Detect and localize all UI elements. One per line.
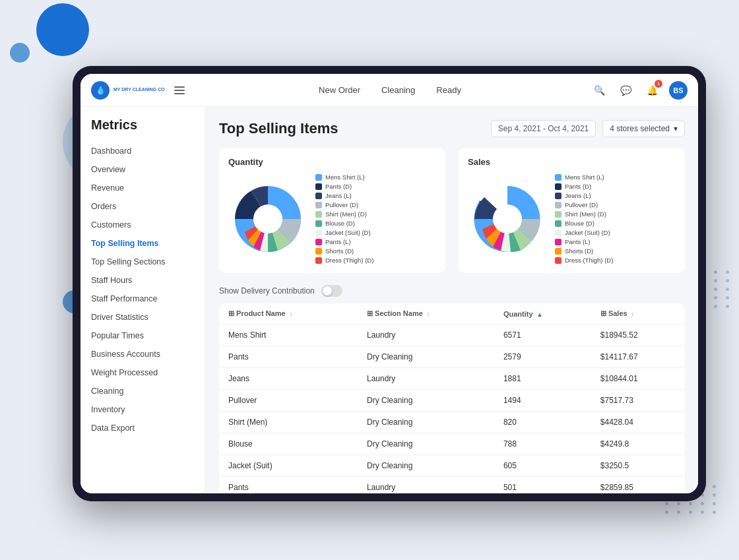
col-section-name[interactable]: ⊞ Section Name ↕ [358, 303, 494, 325]
cell-quantity: 1881 [494, 368, 591, 390]
nav-new-order[interactable]: New Order [319, 85, 360, 95]
cell-sales: $4249.8 [591, 433, 685, 455]
legend-item: Jeans (L) [555, 192, 613, 199]
table-row: Shirt (Men) Dry Cleaning 820 $4428.04 [219, 412, 685, 433]
sales-pie-chart [468, 179, 547, 259]
sidebar-item-orders[interactable]: Orders [80, 197, 205, 216]
toggle-thumb [323, 286, 332, 296]
legend-item: Mens Shirt (L) [315, 173, 373, 181]
cell-product: Shirt (Men) [219, 412, 358, 433]
sales-chart-title: Sales [468, 157, 676, 167]
toggle-section: Show Delivery Contribution [219, 285, 685, 297]
sidebar-item-cleaning[interactable]: Cleaning [80, 382, 205, 400]
table-row: Jacket (Suit) Dry Cleaning 605 $3250.5 [219, 455, 685, 477]
filter-icon-3: ⊞ [600, 309, 606, 317]
cell-product: Jeans [219, 368, 358, 390]
sidebar-item-inventory[interactable]: Inventory [80, 400, 205, 419]
sort-product-icon: ↕ [290, 311, 293, 317]
cell-section: Laundry [358, 368, 494, 390]
sidebar-item-top-selling-items[interactable]: Top Selling Items [80, 234, 205, 253]
sort-quantity-icon: ▲ [537, 311, 543, 318]
quantity-chart-legend: Mens Shirt (L)Pants (D)Jeans (L)Pullover… [315, 173, 373, 264]
sidebar-item-revenue[interactable]: Revenue [80, 179, 205, 197]
cell-section: Dry Cleaning [358, 412, 494, 433]
nav-icons: 🔍 💬 🔔 1 BS [590, 81, 688, 100]
sidebar-item-overview[interactable]: Overview [80, 160, 205, 179]
charts-section: Quantity [219, 148, 685, 273]
cell-section: Dry Cleaning [358, 390, 494, 412]
legend-item: Pullover (D) [555, 201, 613, 208]
sidebar-item-data-export[interactable]: Data Export [80, 419, 205, 437]
main-content: Metrics Dashboard Overview Revenue Order… [80, 107, 698, 493]
quantity-pie-chart [228, 179, 307, 259]
hamburger-menu[interactable] [174, 86, 185, 94]
table-row: Pants Laundry 501 $2859.85 [219, 477, 685, 494]
nav-cleaning[interactable]: Cleaning [381, 85, 415, 95]
cell-sales: $4428.04 [591, 412, 685, 433]
toggle-label: Show Delivery Contribution [219, 286, 315, 296]
legend-item: Shorts (D) [315, 247, 373, 255]
sales-chart-inner: Mens Shirt (L)Pants (D)Jeans (L)Pullover… [468, 173, 676, 264]
cell-section: Dry Cleaning [358, 433, 494, 455]
notification-badge: 1 [655, 80, 662, 88]
chevron-down-icon: ▾ [674, 124, 678, 133]
col-quantity[interactable]: Quantity ▲ [494, 303, 591, 325]
cell-quantity: 2579 [494, 346, 591, 368]
cell-quantity: 788 [494, 433, 591, 455]
sort-section-icon: ↕ [427, 311, 430, 317]
svg-point-1 [253, 204, 282, 233]
legend-item: Shorts (D) [555, 247, 613, 255]
cell-quantity: 1494 [494, 390, 591, 412]
quantity-chart: Quantity [219, 148, 445, 273]
logo-icon: 💧 [91, 81, 110, 100]
nav-ready[interactable]: Ready [436, 85, 461, 95]
sales-chart: Sales [459, 148, 685, 273]
logo-text: MY DRY CLEANING CO [113, 87, 165, 92]
col-sales[interactable]: ⊞ Sales ↕ [591, 303, 685, 325]
cell-section: Dry Cleaning [358, 346, 494, 368]
cell-product: Pullover [219, 390, 358, 412]
cell-product: Pants [219, 477, 358, 494]
filter-icon-2: ⊞ [367, 309, 373, 317]
sidebar-item-weight-processed[interactable]: Weight Processed [80, 363, 205, 382]
cell-sales: $7517.73 [591, 390, 685, 412]
page-header: Top Selling Items Sep 4, 2021 - Oct 4, 2… [219, 120, 685, 137]
cell-section: Laundry [358, 477, 494, 494]
tablet-screen: 💧 MY DRY CLEANING CO New Order Cleaning … [80, 74, 698, 493]
sidebar-item-business-accounts[interactable]: Business Accounts [80, 345, 205, 363]
table-row: Pants Dry Cleaning 2579 $14117.67 [219, 346, 685, 368]
cell-sales: $2859.85 [591, 477, 685, 494]
legend-item: Shirt (Men) (D) [315, 210, 373, 218]
cell-section: Dry Cleaning [358, 455, 494, 477]
sidebar-item-top-selling-sections[interactable]: Top Selling Sections [80, 253, 205, 271]
cell-product: Pants [219, 346, 358, 368]
legend-item: Jeans (L) [315, 192, 373, 199]
delivery-contribution-toggle[interactable] [321, 285, 342, 297]
logo-area: 💧 MY DRY CLEANING CO [91, 81, 190, 100]
sidebar: Metrics Dashboard Overview Revenue Order… [80, 107, 206, 493]
search-button[interactable]: 🔍 [590, 81, 608, 100]
sidebar-item-staff-hours[interactable]: Staff Hours [80, 271, 205, 290]
legend-item: Pants (D) [555, 183, 613, 190]
messages-button[interactable]: 💬 [616, 81, 635, 100]
sidebar-item-customers[interactable]: Customers [80, 216, 205, 234]
cell-sales: $10844.01 [591, 368, 685, 390]
cell-product: Blouse [219, 433, 358, 455]
store-selector[interactable]: 4 stores selected ▾ [602, 120, 685, 137]
table-row: Jeans Laundry 1881 $10844.01 [219, 368, 685, 390]
sidebar-item-staff-performance[interactable]: Staff Performance [80, 290, 205, 308]
table-header-row: ⊞ Product Name ↕ ⊞ Section Name ↕ Quanti… [219, 303, 685, 325]
avatar[interactable]: BS [669, 81, 688, 100]
legend-item: Pants (L) [315, 238, 373, 245]
sidebar-item-dashboard[interactable]: Dashboard [80, 142, 205, 160]
notifications-button[interactable]: 🔔 1 [643, 81, 661, 100]
content-area: Top Selling Items Sep 4, 2021 - Oct 4, 2… [206, 107, 698, 493]
table-row: Pullover Dry Cleaning 1494 $7517.73 [219, 390, 685, 412]
cell-sales: $14117.67 [591, 346, 685, 368]
sidebar-item-driver-statistics[interactable]: Driver Statistics [80, 308, 205, 327]
date-range-selector[interactable]: Sep 4, 2021 - Oct 4, 2021 [491, 120, 596, 137]
sidebar-item-popular-times[interactable]: Popular Times [80, 327, 205, 345]
cell-section: Laundry [358, 325, 494, 346]
nav-links: New Order Cleaning Ready [190, 85, 590, 95]
col-product-name[interactable]: ⊞ Product Name ↕ [219, 303, 358, 325]
